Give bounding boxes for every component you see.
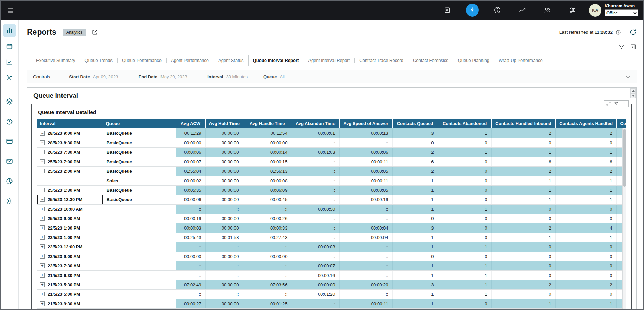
cell-value[interactable]: ::: [339, 289, 392, 299]
col-contacts-handled-inbound[interactable]: Contacts Handled Inbound: [491, 119, 555, 128]
cell-value[interactable]: 0: [491, 270, 555, 280]
col-queue[interactable]: Queue: [103, 119, 176, 128]
cell-value[interactable]: 1: [491, 147, 555, 157]
cell-value[interactable]: ::: [176, 261, 205, 270]
cell-value[interactable]: 1: [555, 299, 616, 308]
cell-value[interactable]: 00:25:43: [176, 233, 205, 242]
cell-value[interactable]: ::: [292, 176, 339, 185]
cell-queue[interactable]: Sales: [103, 176, 176, 185]
cell-interval[interactable]: −28/5/23 9:00 PM: [37, 128, 103, 138]
cell-value[interactable]: 00:00:07: [292, 261, 339, 270]
cell-value[interactable]: 1: [392, 270, 438, 280]
expand-icon[interactable]: +: [40, 263, 45, 268]
cell-queue[interactable]: [103, 242, 176, 252]
tab-queue-planning[interactable]: Queue Planning: [453, 55, 494, 66]
cell-value[interactable]: 1: [392, 195, 438, 204]
cell-value[interactable]: 00:00:00: [243, 252, 292, 261]
cell-value[interactable]: 00:00:11: [339, 176, 392, 185]
cell-queue[interactable]: [103, 204, 176, 214]
cell-value[interactable]: 00:00:05: [339, 185, 392, 195]
cell-queue[interactable]: BasicQueue: [103, 138, 176, 147]
cell-value[interactable]: 1: [392, 233, 438, 242]
col-avg-abandon-time[interactable]: Avg Abandon Time: [292, 119, 339, 128]
external-link-icon[interactable]: [92, 29, 98, 35]
cell-value[interactable]: ::: [339, 270, 392, 280]
cell-value[interactable]: 0: [438, 157, 491, 166]
cell-value[interactable]: ::: [339, 138, 392, 147]
cell-value[interactable]: 1: [555, 185, 616, 195]
cell-value[interactable]: 00:00:07: [176, 157, 205, 166]
cell-interval[interactable]: +25/5/23 9:00 AM: [37, 214, 103, 223]
cell-interval[interactable]: [37, 176, 103, 185]
cell-value[interactable]: ::: [292, 166, 339, 176]
sidebar-item-mail[interactable]: [3, 155, 16, 168]
cell-value[interactable]: 0: [555, 252, 616, 261]
cell-value[interactable]: ::: [292, 195, 339, 204]
sidebar-item-layers[interactable]: [3, 95, 16, 108]
cell-value[interactable]: ::: [243, 204, 292, 214]
cell-value[interactable]: 0: [438, 299, 491, 308]
cell-value[interactable]: 0: [438, 185, 491, 195]
cell-value[interactable]: 07:02:49: [176, 280, 205, 289]
cell-interval[interactable]: +22/5/23 12:00 PM: [37, 242, 103, 252]
cell-value[interactable]: 00:00:00: [205, 214, 243, 223]
cell-value[interactable]: 00:00:00: [205, 185, 243, 195]
cell-value[interactable]: 1: [438, 270, 491, 280]
cell-value[interactable]: 1: [392, 176, 438, 185]
col-contacts-abandoned[interactable]: Contacts Abandoned: [438, 119, 491, 128]
cell-value[interactable]: ::: [292, 252, 339, 261]
tab-queue-performance[interactable]: Queue Performance: [117, 55, 166, 66]
cell-value[interactable]: 1: [491, 176, 555, 185]
notepad-button[interactable]: [441, 4, 454, 17]
expand-button[interactable]: [606, 101, 611, 106]
cell-value[interactable]: 2: [555, 166, 616, 176]
expand-icon[interactable]: +: [40, 273, 45, 278]
cell-interval[interactable]: +25/5/23 10:00 AM: [37, 204, 103, 214]
cell-value[interactable]: 0: [491, 252, 555, 261]
table-scrollbar[interactable]: [622, 128, 626, 309]
cell-value[interactable]: 00:00:08: [243, 176, 292, 185]
expand-icon[interactable]: +: [40, 207, 45, 211]
cell-value[interactable]: 00:01:03: [292, 147, 339, 157]
cell-value[interactable]: 00:00:00: [292, 280, 339, 289]
cell-value[interactable]: 00:00:01: [292, 128, 339, 138]
cell-interval[interactable]: +22/5/23 1:30 PM: [37, 223, 103, 233]
cell-value[interactable]: 1: [438, 280, 491, 289]
cell-value[interactable]: 0: [438, 166, 491, 176]
cell-value[interactable]: ::: [205, 270, 243, 280]
filter-icon[interactable]: [618, 43, 625, 50]
cell-interval[interactable]: +21/5/23 6:30 PM: [37, 270, 103, 280]
cell-interval[interactable]: −25/5/23 12:30 PM: [37, 195, 103, 204]
cell-value[interactable]: 0: [555, 289, 616, 299]
cell-value[interactable]: 2: [491, 223, 555, 233]
cell-value[interactable]: 1: [438, 242, 491, 252]
cell-value[interactable]: 1: [392, 204, 438, 214]
cell-queue[interactable]: [103, 299, 176, 308]
expand-icon[interactable]: +: [40, 225, 45, 230]
cell-value[interactable]: ::: [292, 223, 339, 233]
cell-queue[interactable]: [103, 280, 176, 289]
cell-value[interactable]: 0: [555, 242, 616, 252]
cell-value[interactable]: ::: [243, 242, 292, 252]
cell-value[interactable]: 00:00:06: [339, 147, 392, 157]
col-avg-speed-of-answer[interactable]: Avg Speed of Answer: [339, 119, 392, 128]
chevron-down-icon[interactable]: [625, 74, 631, 80]
cell-value[interactable]: ::: [176, 242, 205, 252]
tab-queue-interval-report[interactable]: Queue Interval Report: [248, 55, 304, 66]
cell-value[interactable]: 00:01:58: [205, 233, 243, 242]
cell-value[interactable]: 00:01:25: [243, 299, 292, 308]
cell-queue[interactable]: BasicQueue: [103, 128, 176, 138]
cell-value[interactable]: 00:00:11: [339, 157, 392, 166]
cell-value[interactable]: 00:00:04: [339, 233, 392, 242]
cell-value[interactable]: 00:00:27: [176, 299, 205, 308]
cell-interval[interactable]: −28/5/23 8:30 PM: [37, 138, 103, 147]
avatar[interactable]: KA: [589, 4, 601, 17]
cell-value[interactable]: 00:00:00: [205, 195, 243, 204]
sidebar-item-window[interactable]: [3, 135, 16, 148]
cell-value[interactable]: ::: [339, 214, 392, 223]
expand-icon[interactable]: +: [40, 292, 45, 296]
cell-value[interactable]: 00:00:11: [339, 299, 392, 308]
collapse-icon[interactable]: −: [40, 169, 45, 173]
cell-value[interactable]: 0: [438, 233, 491, 242]
tab-queue-trends[interactable]: Queue Trends: [80, 55, 117, 66]
